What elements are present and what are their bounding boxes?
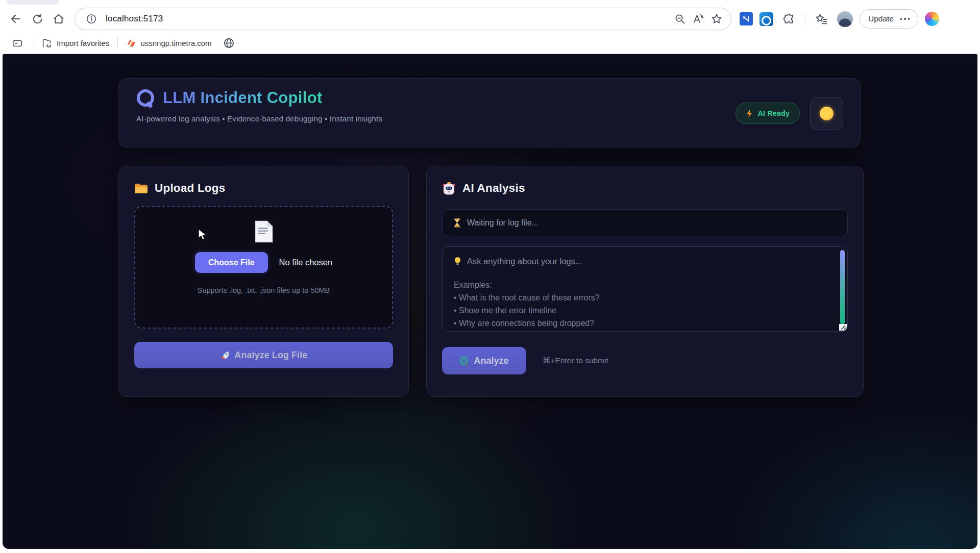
site-info-icon[interactable] xyxy=(82,10,101,28)
favbar-divider-2 xyxy=(117,37,118,49)
refresh-button[interactable] xyxy=(27,8,48,30)
scrollbar-thumb[interactable] xyxy=(840,250,845,324)
copilot-icon[interactable] xyxy=(925,12,939,26)
lightbulb-icon xyxy=(454,257,461,266)
import-folder-icon xyxy=(41,38,53,49)
import-favorites-button[interactable]: Import favorites xyxy=(39,36,111,51)
sun-icon xyxy=(820,107,834,120)
question-textarea[interactable]: Ask anything about your logs... Examples… xyxy=(442,246,848,332)
hourglass-icon xyxy=(453,218,461,228)
browser-toolbar: localhost:5173 xyxy=(0,5,980,33)
back-icon xyxy=(10,13,22,25)
examples-heading: Examples: xyxy=(454,279,832,291)
web-page: LLM Incident Copilot AI-powered log anal… xyxy=(3,54,977,549)
refresh-icon xyxy=(32,13,43,25)
ai-analysis-card: AI Analysis Waiting for log file... Ask … xyxy=(426,166,864,397)
ai-ready-badge: AI Ready xyxy=(736,103,800,124)
favorite-site-link[interactable]: ussnngp.timetra.com xyxy=(124,37,213,49)
toolbar-divider xyxy=(805,13,805,25)
upload-dropzone[interactable]: Choose File No file chosen Supports .log… xyxy=(134,206,393,329)
header-card: LLM Incident Copilot AI-powered log anal… xyxy=(118,78,861,147)
placeholder-intro: Ask anything about your logs... xyxy=(467,257,582,266)
import-favorites-label: Import favorites xyxy=(57,39,109,47)
url-text: localhost:5173 xyxy=(106,14,163,24)
upload-card-title: Upload Logs xyxy=(155,182,225,195)
extension-outlook-icon[interactable] xyxy=(760,12,773,26)
resize-handle[interactable] xyxy=(839,324,847,331)
back-button[interactable] xyxy=(5,8,27,30)
favorites-bar: Import favorites ussnngp.timetra.com xyxy=(0,33,980,54)
robot-icon xyxy=(442,182,456,195)
folder-icon xyxy=(134,183,148,194)
example-line: • Why are connections being dropped? xyxy=(454,317,832,330)
upload-card: Upload Logs Choose File No file chosen S… xyxy=(118,166,409,397)
favbar-divider xyxy=(33,37,33,49)
home-icon xyxy=(53,13,65,25)
document-icon xyxy=(255,220,273,243)
rocket-icon xyxy=(220,350,230,360)
zoom-out-icon[interactable] xyxy=(671,10,689,28)
supports-text: Supports .log, .txt, .json files up to 5… xyxy=(198,286,330,294)
submit-hint: ⌘+Enter to submit xyxy=(543,356,608,365)
lightning-icon xyxy=(746,109,753,118)
favorites-hub-icon[interactable] xyxy=(812,10,830,28)
page-title: LLM Incident Copilot xyxy=(163,89,323,107)
profile-avatar[interactable] xyxy=(837,11,853,27)
toolbar-right: Update xyxy=(740,9,939,29)
analyze-file-button[interactable]: Analyze Log File xyxy=(134,342,393,368)
analyze-file-label: Analyze Log File xyxy=(235,350,308,361)
ai-card-title: AI Analysis xyxy=(462,182,525,195)
browser-tab[interactable] xyxy=(6,0,59,5)
file-status-text: No file chosen xyxy=(279,258,333,267)
globe-favorite-icon[interactable] xyxy=(220,34,238,53)
extension-blue-icon[interactable] xyxy=(740,12,753,26)
example-line: • What is the root cause of these errors… xyxy=(454,291,832,304)
favorite-site-label: ussnngp.timetra.com xyxy=(140,39,211,47)
favorite-star-icon[interactable] xyxy=(707,10,726,28)
browser-chrome: localhost:5173 xyxy=(0,0,980,54)
extensions-puzzle-icon[interactable] xyxy=(780,10,798,28)
update-button[interactable]: Update xyxy=(860,9,918,29)
address-bar[interactable]: localhost:5173 xyxy=(75,8,731,30)
status-box: Waiting for log file... xyxy=(442,209,848,236)
more-options-icon[interactable] xyxy=(900,18,910,20)
choose-file-button[interactable]: Choose File xyxy=(195,252,268,273)
update-label: Update xyxy=(868,14,894,23)
site-favicon xyxy=(126,39,136,48)
ai-ready-label: AI Ready xyxy=(758,109,790,117)
status-text: Waiting for log file... xyxy=(467,218,538,228)
magnifier-icon xyxy=(459,356,469,365)
read-aloud-icon[interactable] xyxy=(689,10,707,28)
home-button[interactable] xyxy=(48,8,69,30)
example-line: • Show me the error timeline xyxy=(454,304,832,317)
tab-actions-icon[interactable] xyxy=(8,34,27,53)
search-icon xyxy=(136,89,155,107)
analyze-button[interactable]: Analyze xyxy=(442,347,526,374)
analyze-label: Analyze xyxy=(474,356,508,366)
theme-toggle-button[interactable] xyxy=(810,97,843,130)
